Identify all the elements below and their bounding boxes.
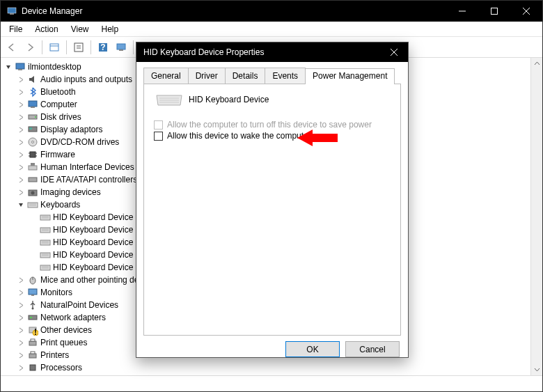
tree-label: Keyboards [39, 200, 80, 210]
tab-general[interactable]: General [143, 68, 189, 84]
tree-label: Print queues [39, 338, 87, 347]
tree-label: HID Keyboard Device [52, 225, 133, 235]
tree-label: DVD/CD-ROM drives [39, 137, 119, 147]
svg-rect-8 [74, 43, 83, 52]
chevron-right-icon[interactable] [16, 77, 26, 83]
minimize-button[interactable] [446, 1, 478, 22]
tree-label: Network adapters [39, 313, 106, 322]
controller-icon [26, 174, 39, 185]
chevron-right-icon[interactable] [16, 89, 26, 95]
chevron-right-icon[interactable] [16, 177, 26, 183]
svg-rect-57 [29, 289, 37, 295]
tree-label: HID Keyboard Device [52, 250, 133, 260]
tab-events[interactable]: Events [265, 68, 306, 84]
tree-label: Monitors [39, 288, 72, 297]
help-button[interactable]: ? [95, 39, 111, 56]
chevron-right-icon[interactable] [16, 139, 26, 146]
chevron-right-icon[interactable] [16, 102, 26, 108]
chevron-right-icon[interactable] [16, 127, 26, 133]
svg-point-59 [32, 308, 34, 310]
titlebar: Device Manager [1, 1, 542, 22]
tree-label: Computer [39, 100, 77, 109]
svg-point-22 [35, 116, 36, 118]
disk-icon [26, 111, 39, 123]
svg-rect-37 [28, 203, 38, 207]
svg-rect-20 [31, 107, 35, 108]
chevron-right-icon[interactable] [16, 340, 26, 346]
tree-label: Other devices [39, 325, 92, 335]
chevron-right-icon[interactable] [16, 189, 26, 196]
vertical-scrollbar[interactable] [530, 58, 542, 375]
tab-details[interactable]: Details [225, 68, 266, 84]
back-button[interactable] [3, 39, 20, 56]
svg-text:?: ? [100, 42, 105, 52]
toolbar-button-1[interactable] [46, 39, 63, 56]
svg-text:!: ! [34, 327, 37, 336]
checkbox-label: Allow this device to wake the computer [167, 131, 311, 141]
scroll-track[interactable] [531, 70, 542, 363]
menu-help[interactable]: Help [96, 23, 125, 36]
scroll-down-icon[interactable] [531, 363, 542, 375]
keyboard-large-icon [155, 93, 180, 107]
svg-point-26 [32, 141, 34, 143]
checkbox-allow-wake-computer[interactable]: Allow this device to wake the computer [152, 130, 392, 141]
menu-view[interactable]: View [65, 23, 95, 36]
toolbar-button-2[interactable] [70, 39, 87, 56]
chevron-right-icon[interactable] [16, 365, 26, 371]
tree-label: Disk drives [39, 112, 81, 122]
chevron-right-icon[interactable] [16, 352, 26, 359]
cancel-button[interactable]: Cancel [345, 341, 400, 357]
chevron-right-icon[interactable] [16, 164, 26, 171]
tab-power-management[interactable]: Power Management [305, 68, 395, 84]
forward-button[interactable] [22, 39, 38, 56]
checkbox-turnoff-to-save-power: Allow the computer to turn off this devi… [152, 119, 392, 130]
chevron-right-icon[interactable] [16, 327, 26, 334]
toolbar-button-3[interactable] [113, 39, 129, 56]
computer-icon [14, 61, 26, 72]
tree-label: IDE ATA/ATAPI controllers [39, 175, 137, 185]
chevron-right-icon[interactable] [16, 315, 26, 321]
tab-driver[interactable]: Driver [188, 68, 226, 84]
svg-rect-61 [30, 317, 32, 318]
separator [133, 40, 134, 54]
svg-rect-69 [30, 365, 36, 370]
chevron-right-icon[interactable] [16, 277, 26, 283]
svg-rect-32 [29, 166, 37, 170]
svg-rect-13 [117, 44, 125, 49]
checkbox-icon[interactable] [154, 132, 163, 141]
mouse-icon [26, 274, 39, 285]
close-button[interactable] [510, 1, 542, 22]
chevron-right-icon[interactable] [16, 114, 26, 120]
chevron-down-icon[interactable] [3, 64, 14, 70]
ok-button[interactable]: OK [285, 341, 340, 357]
chevron-right-icon[interactable] [16, 290, 26, 296]
printer-icon [26, 350, 39, 361]
keyboard-icon [39, 237, 52, 248]
svg-rect-17 [16, 63, 24, 69]
maximize-button[interactable] [478, 1, 510, 22]
svg-rect-46 [40, 240, 50, 245]
svg-rect-14 [119, 49, 123, 51]
svg-point-36 [31, 191, 35, 195]
svg-rect-68 [31, 352, 35, 354]
svg-rect-3 [491, 8, 498, 15]
chevron-right-icon[interactable] [16, 152, 26, 158]
svg-rect-27 [30, 152, 36, 157]
window-title: Device Manager [22, 6, 446, 16]
dialog-close-button[interactable] [380, 42, 408, 62]
chevron-right-icon[interactable] [16, 302, 26, 308]
software-icon [26, 375, 39, 375]
chevron-down-icon[interactable] [16, 202, 26, 208]
svg-rect-52 [40, 265, 50, 270]
checkbox-icon [154, 120, 163, 130]
svg-rect-58 [31, 295, 34, 296]
scroll-up-icon[interactable] [531, 58, 542, 70]
tree-label: HID Keyboard Device [52, 237, 133, 247]
menu-file[interactable]: File [3, 23, 28, 36]
menu-action[interactable]: Action [29, 23, 63, 36]
tree-label: Human Interface Devices [39, 162, 134, 172]
dialog-titlebar: HID Keyboard Device Properties [136, 42, 408, 62]
svg-rect-18 [18, 69, 22, 70]
tree-item-software[interactable]: Software devices [3, 374, 530, 375]
tree-label: Imaging devices [39, 187, 101, 197]
